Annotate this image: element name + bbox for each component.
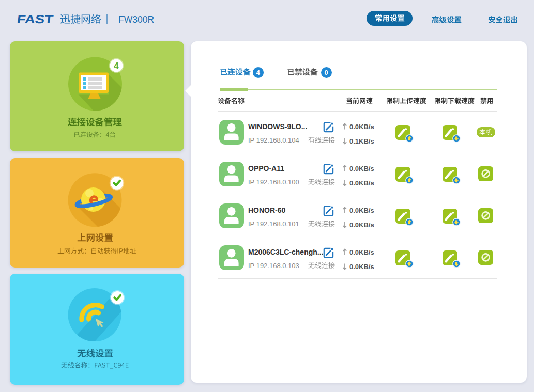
svg-text:4: 4 [114, 61, 119, 71]
